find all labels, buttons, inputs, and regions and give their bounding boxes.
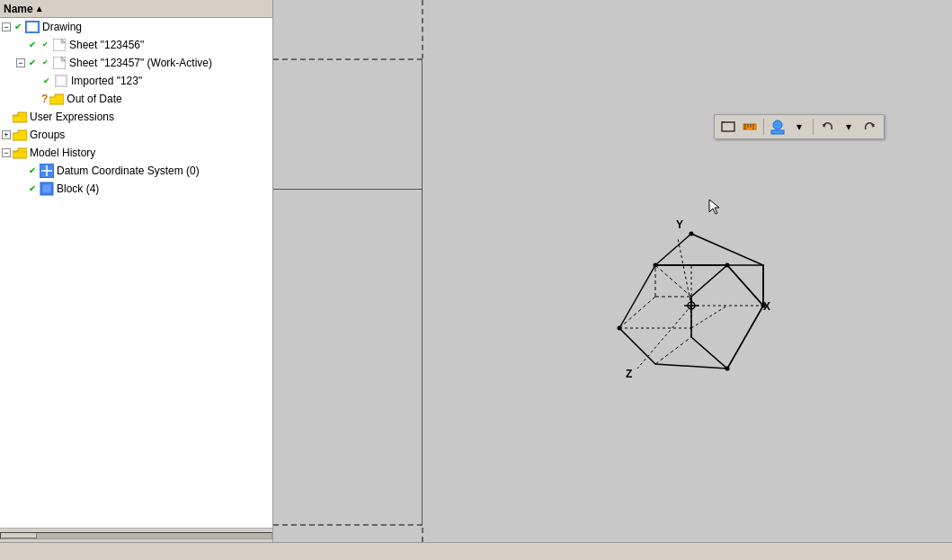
check-drawing: ✔ [13, 22, 23, 32]
svg-line-29 [655, 337, 691, 364]
viewport: ▾ ▾ [273, 0, 952, 542]
icon-drawing [25, 20, 40, 34]
svg-line-45 [637, 306, 691, 369]
tree-item-user-expressions[interactable]: User Expressions [0, 108, 272, 126]
icon-block [40, 182, 54, 196]
icon-model-history [13, 146, 27, 160]
toolbar-separator-1 [763, 119, 764, 135]
scrollbar-track[interactable] [0, 532, 272, 539]
svg-point-50 [690, 232, 694, 236]
icon-imported-123 [54, 74, 68, 88]
svg-marker-28 [691, 265, 763, 369]
svg-point-22 [773, 120, 782, 129]
check-sheet-123457-small: ✔ [40, 58, 50, 68]
svg-point-48 [618, 326, 622, 331]
measure-button[interactable] [740, 117, 760, 137]
svg-point-51 [761, 304, 766, 308]
svg-line-30 [691, 337, 727, 369]
tree-horizontal-scrollbar[interactable] [0, 528, 272, 542]
check-sheet-123456: ✔ [27, 40, 38, 50]
tree-item-datum[interactable]: ✔ Datum Coordinate System (0) [0, 162, 272, 180]
axis-z-label: Z [626, 368, 632, 380]
color-button[interactable] [768, 117, 787, 137]
icon-out-of-date [49, 92, 64, 106]
check-datum: ✔ [27, 165, 38, 176]
tree-item-model-history[interactable]: − Model History [0, 144, 272, 162]
icon-datum [40, 164, 54, 178]
tree-item-groups[interactable]: + Groups [0, 126, 272, 144]
tree-label-groups: Groups [30, 126, 65, 144]
tree-header-name: Name [4, 3, 33, 15]
tree-body: − ✔ Drawing ✔ ✔ [0, 18, 272, 528]
svg-point-46 [654, 263, 658, 268]
axis-y-label: Y [676, 218, 683, 231]
check-block: ✔ [27, 183, 38, 194]
tree-label-out-of-date: Out of Date [67, 90, 121, 108]
tree-label-drawing: Drawing [42, 18, 82, 36]
tree-label-sheet-123457: Sheet "123457" (Work-Active) [69, 54, 212, 72]
tree-label-sheet-123456: Sheet "123456" [69, 36, 144, 54]
check-sheet-123456-small: ✔ [40, 40, 50, 50]
question-mark-icon: ? [41, 90, 48, 108]
icon-user-expressions [13, 110, 27, 124]
tree-item-sheet-123456[interactable]: ✔ ✔ Sheet "123456" [0, 36, 272, 54]
svg-marker-27 [655, 234, 763, 306]
expand-sheet-123457[interactable]: − [16, 58, 25, 67]
expand-drawing[interactable]: − [2, 22, 11, 31]
color-dropdown-button[interactable]: ▾ [789, 117, 809, 137]
scrollbar-thumb[interactable] [1, 533, 37, 538]
mouse-cursor [707, 198, 722, 218]
svg-rect-9 [57, 76, 66, 85]
svg-line-32 [691, 265, 727, 297]
tree-label-imported-123: Imported "123" [71, 72, 142, 90]
svg-point-49 [725, 367, 730, 371]
tree-panel: Name ▲ − ✔ Drawing ✔ ✔ [0, 0, 273, 542]
svg-marker-52 [709, 200, 719, 214]
status-bar [0, 542, 952, 560]
expand-model-history[interactable]: − [2, 148, 11, 157]
tree-item-drawing[interactable]: − ✔ Drawing [0, 18, 272, 36]
tree-item-out-of-date[interactable]: ? Out of Date [0, 90, 272, 108]
undo-button[interactable] [817, 117, 837, 137]
expand-groups[interactable]: + [2, 130, 11, 139]
tree-item-imported-123[interactable]: ✔ Imported "123" [0, 72, 272, 90]
cube-svg: X Y Z [570, 189, 795, 396]
svg-line-44 [678, 238, 691, 306]
svg-rect-15 [722, 122, 734, 131]
svg-line-38 [691, 306, 727, 328]
tree-label-datum: Datum Coordinate System (0) [57, 162, 200, 180]
icon-sheet-123457 [52, 56, 67, 70]
svg-rect-23 [771, 130, 784, 134]
rectangle-select-button[interactable] [718, 117, 738, 137]
tree-header: Name ▲ [0, 0, 272, 18]
check-sheet-123457: ✔ [27, 58, 38, 68]
undo-dropdown-button[interactable]: ▾ [839, 117, 859, 137]
tree-sort-indicator: ▲ [35, 4, 44, 13]
toolbar-separator-2 [813, 119, 814, 135]
cube-drawing: X Y Z [570, 189, 795, 398]
svg-line-34 [619, 297, 655, 328]
svg-line-33 [655, 265, 691, 297]
tree-label-block: Block (4) [57, 180, 99, 198]
icon-groups [13, 128, 27, 142]
redo-button[interactable] [860, 117, 880, 137]
floating-toolbar: ▾ ▾ [714, 114, 885, 139]
svg-rect-14 [42, 184, 51, 193]
check-imported-123: ✔ [41, 76, 52, 86]
tree-item-sheet-123457[interactable]: − ✔ ✔ Sheet "123457" (Work-Active) [0, 54, 272, 72]
solid-line-mid [273, 189, 422, 190]
svg-point-47 [725, 263, 730, 268]
icon-sheet-123456 [52, 38, 67, 52]
svg-rect-1 [27, 22, 38, 31]
tree-label-model-history: Model History [30, 144, 95, 162]
tree-item-block[interactable]: ✔ Block (4) [0, 180, 272, 198]
tree-label-user-expressions: User Expressions [30, 108, 114, 126]
